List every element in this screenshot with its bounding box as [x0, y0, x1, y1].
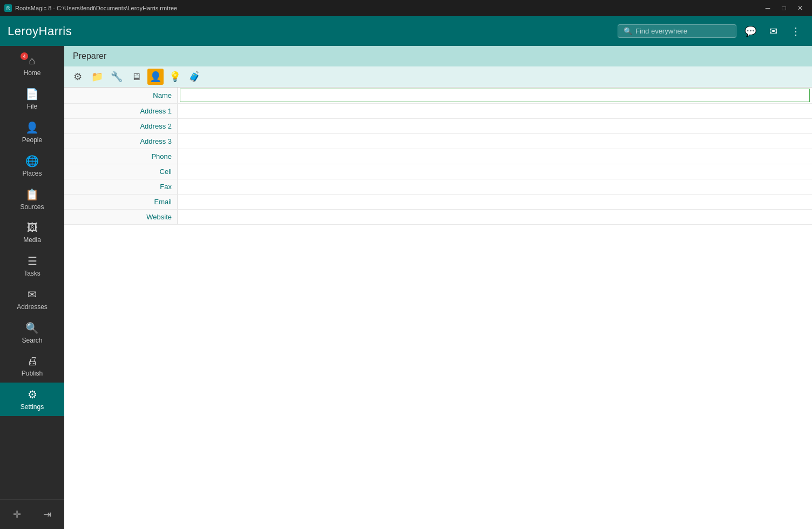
places-icon: 🌐	[25, 155, 39, 168]
sidebar-item-label-search: Search	[22, 337, 42, 344]
fax-input[interactable]	[180, 180, 810, 193]
sidebar-item-label-places: Places	[22, 170, 42, 177]
name-input[interactable]	[180, 89, 810, 102]
search-nav-icon: 🔍	[25, 322, 39, 334]
sidebar-item-home[interactable]: ⌂ Home 4	[0, 49, 64, 82]
app-icon: R	[4, 4, 12, 12]
header-bar: LeroyHarris 🔍 💬 ✉ ⋮	[0, 16, 812, 46]
people-icon: 👤	[25, 121, 39, 134]
toolbar-monitor-btn[interactable]: 🖥	[128, 69, 144, 85]
minimize-button[interactable]: ─	[760, 0, 775, 16]
input-cell-website[interactable]	[178, 210, 812, 224]
title-bar: R RootsMagic 8 - C:\Users\fendi\Document…	[0, 0, 812, 16]
toolbar-suitcase-btn[interactable]: 🧳	[186, 69, 202, 85]
toolbar-gear-btn[interactable]: 🔧	[109, 69, 125, 85]
label-address1: Address 1	[64, 104, 178, 118]
input-cell-email[interactable]	[178, 195, 812, 209]
toolbar-settings-btn[interactable]: ⚙	[70, 69, 86, 85]
sidebar-item-tasks[interactable]: ☰ Tasks	[0, 249, 64, 283]
help-button[interactable]: ✛	[10, 505, 24, 524]
sidebar-item-search[interactable]: 🔍 Search	[0, 316, 64, 350]
sidebar-item-label-settings: Settings	[21, 403, 44, 411]
label-name: Name	[64, 88, 178, 103]
form-row-email: Email	[64, 195, 812, 210]
sidebar-item-label-sources: Sources	[20, 203, 44, 211]
section-header: Preparer	[64, 46, 812, 66]
email-input[interactable]	[180, 196, 810, 208]
messages-button[interactable]: ✉	[764, 23, 782, 40]
app-title: LeroyHarris	[8, 24, 72, 38]
form-row-address3: Address 3	[64, 134, 812, 149]
sidebar-item-label-publish: Publish	[22, 370, 43, 377]
address1-input[interactable]	[180, 105, 810, 117]
publish-icon: 🖨	[27, 355, 38, 367]
find-everywhere-searchbox[interactable]: 🔍	[618, 24, 736, 38]
label-address3: Address 3	[64, 134, 178, 149]
label-address2: Address 2	[64, 119, 178, 133]
form-row-fax: Fax	[64, 179, 812, 195]
exit-button[interactable]: ⇥	[40, 505, 55, 524]
website-input[interactable]	[180, 211, 810, 223]
sidebar-item-settings[interactable]: ⚙ Settings	[0, 383, 64, 416]
toolbar-person-btn[interactable]: 👤	[147, 69, 164, 85]
input-cell-address3[interactable]	[178, 134, 812, 149]
input-cell-fax[interactable]	[178, 179, 812, 194]
label-email: Email	[64, 195, 178, 209]
input-cell-address1[interactable]	[178, 104, 812, 118]
cell-input[interactable]	[180, 165, 810, 178]
label-fax: Fax	[64, 179, 178, 194]
form-row-address2: Address 2	[64, 119, 812, 134]
file-icon: 📄	[25, 88, 39, 101]
sidebar-item-places[interactable]: 🌐 Places	[0, 149, 64, 183]
address3-input[interactable]	[180, 135, 810, 148]
toolbar-folder-btn[interactable]: 📁	[89, 69, 105, 85]
sidebar-item-file[interactable]: 📄 File	[0, 82, 64, 116]
search-icon: 🔍	[624, 27, 632, 35]
more-options-button[interactable]: ⋮	[787, 23, 804, 40]
sidebar-item-label-media: Media	[23, 236, 41, 244]
input-cell-address2[interactable]	[178, 119, 812, 133]
sidebar-item-people[interactable]: 👤 People	[0, 116, 64, 149]
sidebar-item-media[interactable]: 🖼 Media	[0, 216, 64, 249]
sidebar-item-publish[interactable]: 🖨 Publish	[0, 350, 64, 383]
address2-input[interactable]	[180, 120, 810, 132]
header-right: 🔍 💬 ✉ ⋮	[618, 23, 804, 40]
sidebar-bottom: ✛ ⇥	[0, 499, 64, 529]
settings-nav-icon: ⚙	[28, 388, 37, 401]
sidebar-item-label-home: Home	[23, 69, 40, 77]
tasks-icon: ☰	[28, 255, 37, 267]
maximize-button[interactable]: □	[776, 0, 791, 16]
close-button[interactable]: ✕	[793, 0, 808, 16]
main-layout: ⌂ Home 4 📄 File 👤 People 🌐 Places 📋 Sour…	[0, 46, 812, 529]
form-row-name: Name	[64, 88, 812, 104]
sources-icon: 📋	[25, 188, 39, 201]
media-icon: 🖼	[27, 222, 38, 234]
sidebar-item-label-file: File	[27, 103, 37, 110]
input-cell-name[interactable]	[178, 88, 812, 103]
find-everywhere-input[interactable]	[635, 27, 727, 35]
label-cell: Cell	[64, 164, 178, 179]
input-cell-cell[interactable]	[178, 164, 812, 179]
sidebar-item-addresses[interactable]: ✉ Addresses	[0, 283, 64, 316]
form-row-address1: Address 1	[64, 104, 812, 119]
sidebar: ⌂ Home 4 📄 File 👤 People 🌐 Places 📋 Sour…	[0, 46, 64, 529]
addresses-icon: ✉	[28, 288, 37, 301]
phone-input[interactable]	[180, 150, 810, 163]
label-website: Website	[64, 210, 178, 224]
home-icon: ⌂	[29, 55, 35, 67]
input-cell-phone[interactable]	[178, 149, 812, 164]
title-bar-controls[interactable]: ─ □ ✕	[760, 0, 808, 16]
label-phone: Phone	[64, 149, 178, 164]
form-area: Name Address 1 Address 2 Address 3	[64, 88, 812, 529]
sidebar-item-label-addresses: Addresses	[17, 303, 48, 311]
content-area: Preparer ⚙ 📁 🔧 🖥 👤 💡 🧳 Name Address 1	[64, 46, 812, 529]
sidebar-item-label-people: People	[22, 136, 42, 144]
sidebar-item-sources[interactable]: 📋 Sources	[0, 183, 64, 216]
toolbar-bulb-btn[interactable]: 💡	[167, 69, 183, 85]
form-row-cell: Cell	[64, 164, 812, 179]
form-row-website: Website	[64, 210, 812, 225]
home-badge: 4	[21, 52, 28, 60]
hints-button[interactable]: 💬	[742, 23, 759, 40]
sidebar-item-label-tasks: Tasks	[24, 270, 40, 277]
title-bar-left: R RootsMagic 8 - C:\Users\fendi\Document…	[4, 4, 177, 12]
